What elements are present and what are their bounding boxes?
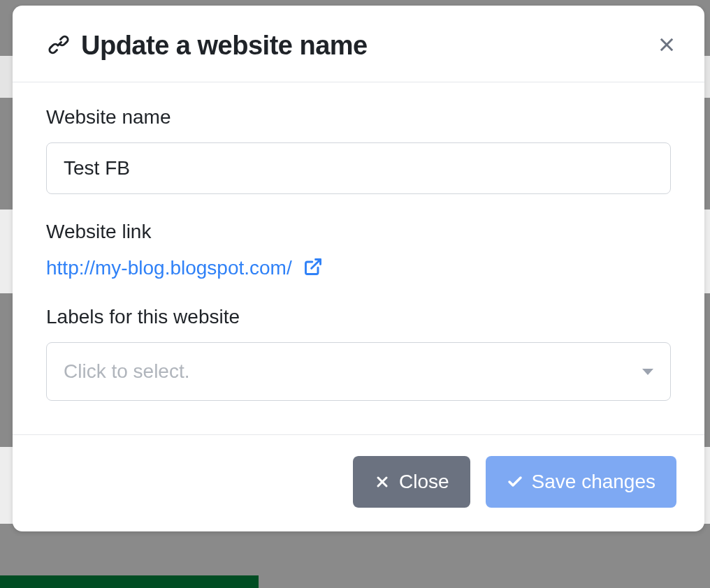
website-name-input[interactable]: [46, 142, 671, 194]
labels-placeholder: Click to select.: [64, 360, 190, 383]
website-name-label: Website name: [46, 106, 671, 128]
modal-title: Update a website name: [81, 31, 368, 61]
modal-header: Update a website name: [13, 6, 704, 82]
modal-body: Website name Website link http://my-blog…: [13, 82, 704, 434]
labels-field: Labels for this website Click to select.: [46, 306, 671, 401]
website-name-field: Website name: [46, 106, 671, 194]
close-button-label: Close: [399, 471, 449, 493]
website-link-label: Website link: [46, 221, 671, 243]
external-link-icon[interactable]: [303, 257, 323, 279]
labels-select[interactable]: Click to select.: [46, 342, 671, 401]
link-icon: [46, 32, 71, 60]
close-icon[interactable]: [657, 35, 676, 57]
website-link[interactable]: http://my-blog.blogspot.com/: [46, 257, 292, 279]
modal-footer: Close Save changes: [13, 434, 704, 531]
update-website-modal: Update a website name Website name Websi…: [13, 6, 704, 531]
save-button[interactable]: Save changes: [486, 456, 676, 508]
chevron-down-icon: [642, 369, 653, 375]
modal-title-wrap: Update a website name: [46, 31, 368, 61]
save-button-label: Save changes: [532, 471, 655, 493]
labels-label: Labels for this website: [46, 306, 671, 328]
close-button[interactable]: Close: [353, 456, 470, 508]
website-link-field: Website link http://my-blog.blogspot.com…: [46, 221, 671, 279]
svg-line-2: [311, 260, 320, 269]
